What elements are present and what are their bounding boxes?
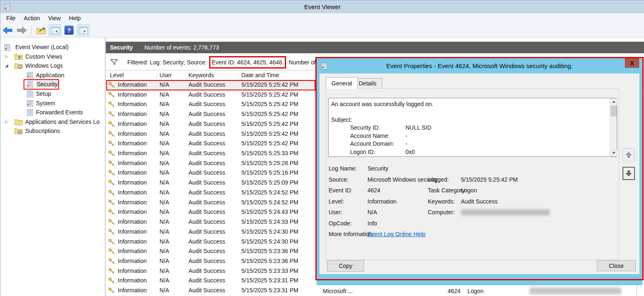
scroll-down-button[interactable] [610, 149, 617, 156]
cell-user: N/A [160, 160, 169, 166]
cell-datetime: 5/15/2025 5:24:30 PM [241, 228, 298, 235]
detail-row: Computer: [326, 209, 619, 217]
menu-action[interactable]: Action [20, 14, 44, 22]
detail-label: Log Name: [329, 165, 357, 172]
expand-arrow-icon[interactable]: ▷ [5, 54, 8, 59]
key-icon [108, 160, 115, 167]
scroll-up-button[interactable] [610, 98, 617, 105]
sidebar-item-setup[interactable]: Setup [0, 90, 105, 99]
cell-keywords: Audit Success [188, 179, 225, 186]
cell-user: N/A [160, 91, 169, 98]
key-icon [108, 101, 115, 108]
cell-user: N/A [160, 130, 169, 137]
sidebar-item-event-viewer-local[interactable]: Event Viewer (Local) [0, 43, 105, 52]
scrollbar-thumb[interactable] [611, 106, 617, 116]
cell-keywords: Audit Success [188, 101, 225, 107]
back-button[interactable] [1, 24, 14, 36]
next-event-button[interactable] [623, 167, 635, 180]
sidebar-item-system[interactable]: System [0, 99, 105, 109]
filter-prefix: Filtered: Log: Security; Source: [127, 59, 207, 66]
sidebar-item-subscriptions[interactable]: Subscriptions [0, 127, 105, 136]
event-count: Number of events: 2,776,773 [144, 44, 219, 51]
show-hide-console-tree-button[interactable] [49, 24, 61, 36]
key-icon [108, 238, 115, 246]
menu-file[interactable]: File [2, 14, 20, 22]
import-custom-view-button[interactable] [35, 24, 47, 36]
detail-value-redacted [461, 209, 550, 215]
column-header-level[interactable]: Level [110, 72, 124, 78]
cell-keywords: Audit Success [188, 208, 225, 215]
folder-grid-icon [14, 128, 23, 135]
cell-level: Information [118, 91, 147, 98]
log-icon [26, 100, 34, 107]
cell-datetime: 5/15/2025 5:24:33 PM [241, 218, 298, 225]
cell-level: Information [118, 238, 147, 245]
detail-row: Task Category:Logon [326, 187, 619, 195]
log-plain-icon [26, 109, 34, 116]
detail-label: OpCode: [329, 220, 352, 227]
menu-view[interactable]: View [44, 14, 64, 22]
help-button[interactable]: ? [63, 24, 75, 36]
key-icon [108, 81, 115, 89]
key-icon [108, 199, 115, 206]
previous-event-button[interactable] [623, 148, 635, 161]
collapse-arrow-icon[interactable]: ◢ [5, 63, 8, 68]
forward-button[interactable] [15, 24, 28, 36]
log-title: Security [110, 44, 133, 51]
copy-button[interactable]: Copy [327, 260, 364, 272]
tab-general[interactable]: General [326, 77, 358, 89]
column-separator[interactable] [157, 72, 157, 80]
column-header-user[interactable]: User [160, 72, 172, 78]
detail-value: Info [367, 220, 377, 227]
sidebar-item-security[interactable]: Security [0, 80, 105, 90]
cell-user: N/A [160, 199, 169, 206]
menu-help[interactable]: Help [65, 14, 85, 22]
sidebar-item-label: Custom Views [25, 53, 62, 60]
cell-user: N/A [160, 268, 169, 274]
detail-value: Logon [461, 187, 477, 194]
sidebar-item-application[interactable]: Application [0, 71, 105, 81]
subject-field-value: NULL SID [405, 124, 432, 131]
subject-field-label: Security ID: [350, 124, 380, 131]
close-button[interactable]: Close [597, 260, 636, 271]
sidebar-item-applications-and-services-lo[interactable]: ▷Applications and Services Lo [0, 118, 105, 127]
sidebar-item-forwarded-events[interactable]: Forwarded Events [0, 108, 105, 118]
event-viewer-window: Event Viewer FileActionViewHelp ? Event … [0, 0, 644, 296]
menu-bar: FileActionViewHelp [0, 13, 644, 23]
key-icon [108, 111, 115, 118]
cell-keywords: Audit Success [188, 81, 225, 88]
cell-user: N/A [160, 101, 169, 107]
back-icon [2, 26, 13, 35]
event-row-continuation: Microsoft ... 4624 Logon [0, 287, 644, 296]
cell-level: Information [118, 199, 147, 206]
sidebar-item-label: Application [36, 72, 64, 78]
cell-datetime: 5/15/2025 5:23:36 PM [241, 258, 298, 264]
cell-datetime: 5/15/2025 5:25:42 PM [241, 121, 298, 127]
column-header-keywords[interactable]: Keywords [188, 72, 214, 78]
subject-field: Account Domain:- [329, 140, 617, 148]
event-log-online-help-link[interactable]: Event Log Online Help [367, 231, 425, 237]
cell-user: N/A [160, 228, 169, 235]
cell-user: N/A [160, 189, 169, 196]
dialog-close-x-button[interactable]: X [625, 58, 639, 68]
description-scrollbar[interactable] [610, 98, 617, 156]
column-header-date-and-time[interactable]: Date and Time [241, 72, 279, 78]
log-plain-icon [26, 90, 34, 97]
column-separator[interactable] [238, 72, 239, 80]
row-task-category-cell: Logon [467, 288, 484, 294]
cell-datetime: 5/15/2025 5:24:52 PM [241, 189, 298, 196]
cell-datetime: 5/15/2025 5:23:36 PM [241, 248, 298, 254]
show-hide-action-pane-button[interactable] [77, 24, 89, 36]
sidebar-item-custom-views[interactable]: ▷Custom Views [0, 52, 105, 62]
detail-label: Logged: [428, 176, 449, 183]
column-separator[interactable] [186, 72, 186, 80]
cell-keywords: Audit Success [188, 199, 225, 206]
folder-plain-icon [14, 118, 23, 126]
expand-arrow-icon[interactable]: ▷ [5, 119, 8, 124]
key-icon [108, 130, 115, 138]
log-header-bar: Security Number of events: 2,776,773 [106, 42, 644, 53]
cell-datetime: 5/15/2025 5:25:09 PM [241, 179, 298, 186]
cell-keywords: Audit Success [188, 258, 225, 264]
sidebar-item-windows-logs[interactable]: ◢Windows Logs [0, 62, 105, 71]
cell-keywords: Audit Success [188, 268, 225, 274]
